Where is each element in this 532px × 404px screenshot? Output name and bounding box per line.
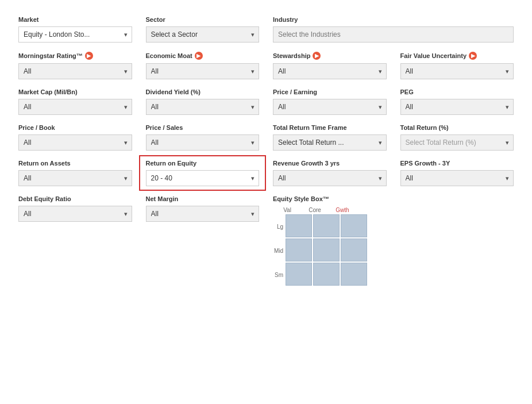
market-filter: Market Equity - London Sto... [11, 11, 139, 47]
stewardship-icon: ▶ [313, 52, 321, 60]
dividend-yield-filter: Dividend Yield (%) All [139, 84, 267, 120]
sector-select[interactable]: Select a Sector [146, 26, 260, 43]
fair-value-select[interactable]: All [400, 63, 514, 79]
stewardship-select[interactable]: All [273, 63, 387, 79]
y-label-lg: Lg [273, 214, 286, 238]
industry-input[interactable] [273, 26, 514, 43]
total-return-time-frame-filter: Total Return Time Frame Select Total Ret… [266, 120, 394, 155]
total-return-pct-filter: Total Return (%) Select Total Return (%) [394, 120, 521, 155]
revenue-growth-select-wrapper[interactable]: All [273, 170, 387, 186]
debt-equity-ratio-select[interactable]: All [18, 206, 132, 222]
peg-filter: PEG All [394, 84, 521, 120]
economic-moat-select[interactable]: All [146, 63, 260, 79]
eps-growth-filter: EPS Growth - 3Y All [394, 155, 521, 191]
market-select[interactable]: Equity - London Sto... [18, 26, 132, 43]
x-label-gwth: Gwth [329, 207, 356, 213]
debt-equity-ratio-filter: Debt Equity Ratio All [11, 191, 139, 226]
total-return-pct-select-wrapper[interactable]: Select Total Return (%) [400, 134, 514, 151]
stewardship-select-wrapper[interactable]: All [273, 63, 387, 79]
market-cap-filter: Market Cap (Mil/Bn) All [11, 84, 139, 120]
peg-select-wrapper[interactable]: All [400, 99, 514, 115]
dividend-yield-select[interactable]: All [146, 99, 260, 115]
return-on-assets-select[interactable]: All [18, 170, 132, 186]
cell-mid-gwth[interactable] [341, 238, 367, 261]
sector-label: Sector [146, 16, 260, 23]
price-sales-select[interactable]: All [146, 134, 260, 151]
cell-sm-val[interactable] [286, 263, 312, 286]
market-select-wrapper[interactable]: Equity - London Sto... [18, 26, 132, 43]
return-on-equity-select-wrapper[interactable]: 20 - 40 All [146, 170, 260, 186]
eps-growth-select[interactable]: All [400, 170, 514, 186]
x-label-core: Core [302, 207, 328, 213]
x-label-val: Val [274, 207, 300, 213]
price-sales-filter: Price / Sales All [139, 120, 267, 155]
y-label-sm: Sm [273, 263, 286, 287]
y-label-mid: Mid [273, 238, 286, 263]
price-sales-select-wrapper[interactable]: All [146, 134, 260, 151]
cell-lg-val[interactable] [286, 214, 312, 237]
stewardship-label: Stewardship ▶ [273, 52, 387, 60]
net-margin-select-wrapper[interactable]: All [146, 206, 260, 222]
market-label: Market [18, 16, 132, 23]
economic-moat-label: Economic Moat ▶ [146, 52, 260, 60]
industry-filter: Industry [266, 11, 521, 47]
market-cap-select-wrapper[interactable]: All [18, 99, 132, 115]
cell-sm-core[interactable] [313, 263, 340, 286]
stewardship-filter: Stewardship ▶ All [266, 47, 394, 84]
fair-value-uncertainty-filter: Fair Value Uncertainty ▶ All [394, 47, 521, 84]
total-return-pct-select[interactable]: Select Total Return (%) [400, 134, 514, 151]
morningstar-rating-select-wrapper[interactable]: All [18, 63, 132, 79]
economic-moat-select-wrapper[interactable]: All [146, 63, 260, 79]
debt-equity-ratio-label: Debt Equity Ratio [18, 195, 132, 202]
total-return-pct-label: Total Return (%) [400, 124, 514, 131]
return-on-equity-select[interactable]: 20 - 40 All [146, 170, 260, 186]
equity-style-box-section: Equity Style Box™ Val Core Gwth Lg Mid S… [266, 191, 521, 291]
market-cap-select[interactable]: All [18, 99, 132, 115]
economic-moat-icon: ▶ [195, 52, 203, 60]
return-on-equity-label: Return on Equity [146, 160, 260, 167]
return-on-assets-label: Return on Assets [18, 160, 132, 167]
price-earning-filter: Price / Earning All [266, 84, 394, 120]
equity-style-box-container: Val Core Gwth Lg Mid Sm [273, 207, 514, 287]
price-book-select-wrapper[interactable]: All [18, 134, 132, 151]
debt-equity-ratio-select-wrapper[interactable]: All [18, 206, 132, 222]
style-box-with-labels: Lg Mid Sm [273, 214, 367, 287]
peg-label: PEG [400, 89, 514, 95]
sector-filter: Sector Select a Sector [139, 11, 267, 47]
fair-value-select-wrapper[interactable]: All [400, 63, 514, 79]
return-on-assets-filter: Return on Assets All [11, 155, 139, 191]
morningstar-rating-filter: Morningstar Rating™ ▶ All [11, 47, 139, 84]
revenue-growth-label: Revenue Growth 3 yrs [273, 160, 387, 167]
eps-growth-select-wrapper[interactable]: All [400, 170, 514, 186]
total-return-time-frame-select-wrapper[interactable]: Select Total Return ... [273, 134, 387, 151]
return-on-assets-select-wrapper[interactable]: All [18, 170, 132, 186]
revenue-growth-filter: Revenue Growth 3 yrs All [266, 155, 394, 191]
fair-value-icon: ▶ [469, 52, 477, 60]
total-return-time-frame-select[interactable]: Select Total Return ... [273, 134, 387, 151]
fair-value-uncertainty-label: Fair Value Uncertainty ▶ [400, 52, 514, 60]
cell-mid-core[interactable] [313, 238, 340, 261]
return-on-equity-filter: Return on Equity 20 - 40 All [139, 155, 267, 191]
morningstar-icon: ▶ [85, 52, 93, 60]
price-earning-select[interactable]: All [273, 99, 387, 115]
sector-select-wrapper[interactable]: Select a Sector [146, 26, 260, 43]
cell-lg-core[interactable] [313, 214, 340, 237]
revenue-growth-select[interactable]: All [273, 170, 387, 186]
price-book-select[interactable]: All [18, 134, 132, 151]
price-earning-select-wrapper[interactable]: All [273, 99, 387, 115]
net-margin-filter: Net Margin All [139, 191, 267, 226]
cell-sm-gwth[interactable] [341, 263, 367, 286]
style-box-grid [286, 214, 367, 287]
cell-lg-gwth[interactable] [341, 214, 367, 237]
market-cap-label: Market Cap (Mil/Bn) [18, 89, 132, 95]
peg-select[interactable]: All [400, 99, 514, 115]
net-margin-select[interactable]: All [146, 206, 260, 222]
style-box-grid-wrapper: Val Core Gwth Lg Mid Sm [273, 207, 367, 287]
price-book-label: Price / Book [18, 124, 132, 131]
cell-mid-val[interactable] [286, 238, 312, 261]
y-labels: Lg Mid Sm [273, 214, 286, 287]
price-book-filter: Price / Book All [11, 120, 139, 155]
morningstar-rating-select[interactable]: All [18, 63, 132, 79]
dividend-yield-select-wrapper[interactable]: All [146, 99, 260, 115]
total-return-time-frame-label: Total Return Time Frame [273, 124, 387, 131]
